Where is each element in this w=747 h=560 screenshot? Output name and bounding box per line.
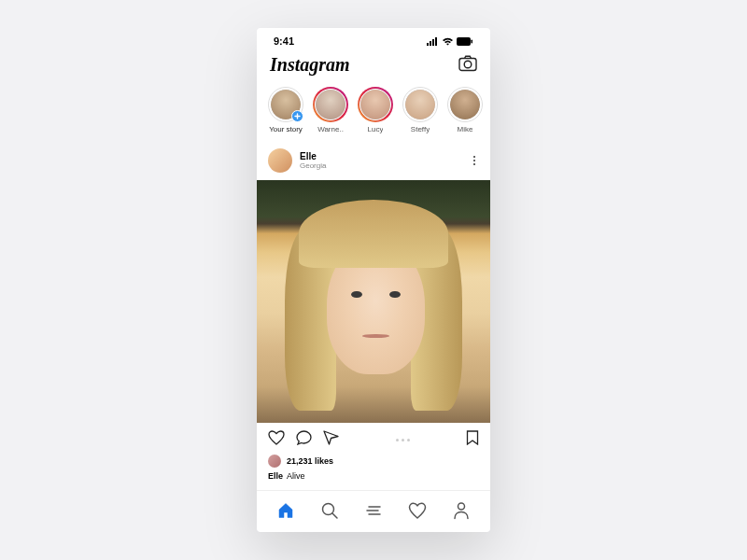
svg-line-9 (332, 513, 337, 518)
signal-icon (427, 37, 439, 46)
story-label: Warne.. (317, 125, 344, 133)
profile-icon (453, 501, 470, 520)
carousel-pager (396, 439, 410, 441)
nav-profile[interactable] (448, 500, 474, 521)
post-more-button[interactable] (470, 152, 480, 170)
add-story-badge (291, 110, 303, 122)
post-user[interactable]: Elle Georgia (268, 148, 326, 173)
app-header: Instagram (257, 50, 490, 83)
status-bar: 9:41 (257, 28, 490, 50)
svg-rect-0 (427, 43, 429, 46)
caption-text: Alive (287, 471, 305, 481)
nav-activity[interactable] (404, 500, 430, 521)
likes-row[interactable]: 21,231 likes (257, 453, 490, 469)
battery-icon (457, 37, 473, 46)
stories-row[interactable]: Your story Warne.. Lucy Steffy Mike (257, 83, 490, 141)
post-avatar (268, 148, 292, 173)
home-icon (276, 501, 295, 520)
svg-rect-3 (435, 37, 437, 46)
post-location: Georgia (300, 161, 326, 170)
nav-reels[interactable] (360, 500, 387, 521)
comment-icon (296, 430, 312, 445)
post-actions (257, 423, 490, 453)
story-label: Mike (458, 125, 473, 133)
save-button[interactable] (466, 430, 479, 449)
caption-username[interactable]: Elle (268, 471, 283, 481)
story-label: Steffy (411, 125, 430, 133)
liker-avatar (268, 455, 281, 468)
svg-rect-2 (432, 39, 434, 46)
story-label: Lucy (368, 125, 384, 133)
menu-icon (364, 501, 383, 520)
nav-home[interactable] (273, 500, 299, 521)
wifi-icon (442, 37, 454, 46)
nav-search[interactable] (317, 500, 343, 521)
phone-frame: 9:41 Instagram Your story Warne.. Lucy (257, 28, 490, 532)
story-label: Your story (269, 125, 303, 133)
logo: Instagram (270, 54, 350, 76)
story-item[interactable]: Lucy (358, 87, 393, 133)
post-username: Elle (300, 151, 326, 161)
heart-icon (408, 502, 427, 519)
status-time: 9:41 (274, 35, 294, 47)
send-icon (323, 430, 339, 445)
svg-point-13 (458, 503, 464, 510)
post-header: Elle Georgia (257, 141, 490, 180)
story-item[interactable]: Mike (447, 87, 483, 133)
camera-button[interactable] (458, 55, 477, 76)
search-icon (320, 501, 339, 520)
svg-rect-5 (472, 39, 473, 43)
camera-icon (458, 55, 477, 72)
comment-button[interactable] (296, 430, 312, 449)
svg-rect-1 (430, 41, 431, 46)
status-icons (427, 37, 473, 46)
like-button[interactable] (268, 430, 285, 449)
story-your-story[interactable]: Your story (268, 87, 303, 133)
svg-rect-4 (457, 37, 471, 46)
bookmark-icon (466, 430, 479, 445)
story-item[interactable]: Warne.. (313, 87, 348, 133)
heart-icon (268, 430, 285, 445)
post-caption: ElleAlive (257, 469, 490, 486)
svg-rect-6 (459, 58, 476, 70)
svg-point-7 (464, 61, 472, 68)
share-button[interactable] (323, 430, 339, 449)
likes-count: 21,231 likes (287, 456, 333, 466)
post-image[interactable] (257, 180, 490, 423)
story-item[interactable]: Steffy (402, 87, 438, 133)
bottom-nav (257, 490, 490, 532)
